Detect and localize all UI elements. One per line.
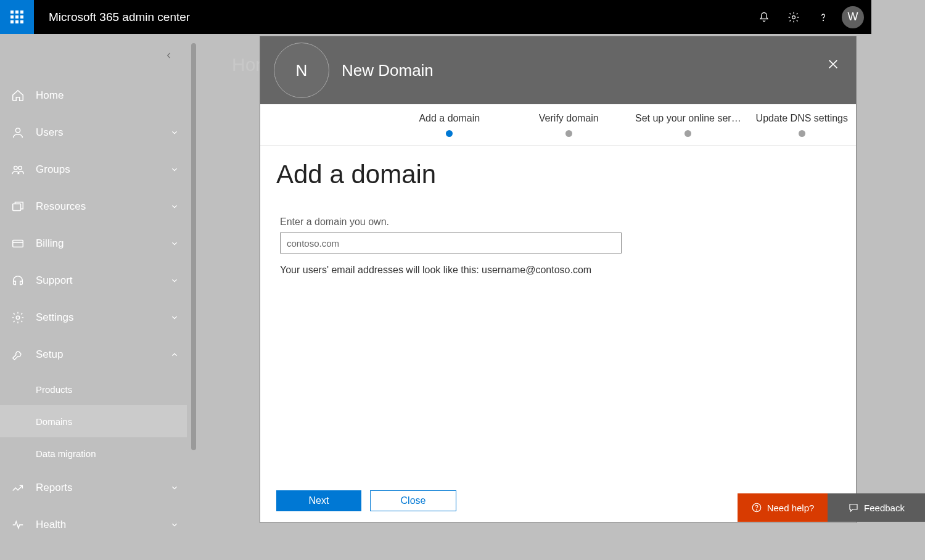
chevron-down-icon (170, 484, 179, 492)
sidebar-item-label: Users (36, 126, 162, 139)
sidebar-item-home[interactable]: Home (0, 77, 187, 114)
svg-rect-6 (13, 241, 23, 247)
home-icon (11, 89, 25, 102)
question-circle-icon (751, 502, 762, 513)
sidebar-subitem-domains[interactable]: Domains (0, 405, 187, 437)
panel-heading: Add a domain (276, 160, 840, 189)
svg-point-4 (18, 167, 22, 170)
chevron-down-icon (170, 202, 179, 211)
svg-point-9 (756, 509, 757, 510)
chevron-left-icon (165, 51, 173, 60)
chevron-down-icon (170, 521, 179, 529)
groups-icon (11, 163, 25, 176)
sidebar-item-billing[interactable]: Billing (0, 225, 187, 262)
avatar-initial: W (848, 10, 858, 23)
gear-icon (787, 11, 800, 23)
sidebar-item-label: Resources (36, 200, 162, 213)
panel-header: N New Domain (260, 36, 856, 104)
sidebar-item-label: Setup (36, 348, 162, 361)
domain-field-label: Enter a domain you own. (280, 216, 840, 228)
step-label: Set up your online ser… (635, 113, 741, 124)
sidebar-item-label: Health (36, 519, 162, 531)
feedback-label: Feedback (864, 503, 905, 513)
settings-button[interactable] (779, 0, 808, 34)
sidebar-item-groups[interactable]: Groups (0, 151, 187, 188)
bell-icon (758, 11, 770, 23)
help-button[interactable] (808, 0, 838, 34)
sidebar-item-reports[interactable]: Reports (0, 469, 187, 506)
support-icon (11, 274, 25, 287)
step-dot-icon (565, 130, 572, 137)
step-verify-domain[interactable]: Verify domain (509, 113, 629, 137)
step-dot-icon (799, 130, 805, 137)
topbar: Microsoft 365 admin center W (0, 0, 871, 34)
svg-point-1 (823, 20, 824, 20)
app-title: Microsoft 365 admin center (49, 10, 190, 24)
question-icon (817, 11, 829, 23)
sidebar-item-label: Billing (36, 237, 162, 250)
wrench-icon (11, 348, 25, 361)
close-button[interactable]: Close (370, 490, 456, 511)
sidebar-subitem-label: Products (36, 384, 72, 395)
chevron-down-icon (170, 239, 179, 248)
gear-icon (11, 311, 25, 324)
chevron-down-icon (170, 313, 179, 322)
svg-point-0 (792, 15, 796, 19)
resources-icon (11, 200, 25, 213)
chevron-down-icon (170, 165, 179, 174)
svg-point-7 (16, 316, 20, 319)
panel-close-button[interactable] (826, 57, 840, 73)
step-progress: Add a domain Verify domain Set up your o… (260, 104, 856, 146)
health-icon (11, 518, 25, 532)
step-setup-services[interactable]: Set up your online ser… (628, 113, 748, 137)
sidebar-item-label: Reports (36, 482, 162, 494)
sidebar-scrollbar[interactable] (191, 43, 196, 450)
step-update-dns[interactable]: Update DNS settings (748, 113, 856, 137)
panel-body: Add a domain Enter a domain you own. You… (260, 146, 856, 522)
app-launcher-button[interactable] (0, 0, 34, 34)
panel-title: New Domain (342, 61, 434, 80)
comment-icon (848, 502, 859, 513)
sidebar-item-support[interactable]: Support (0, 262, 187, 299)
domain-hint: Your users' email addresses will look li… (280, 265, 840, 276)
user-icon (11, 126, 25, 139)
billing-icon (11, 237, 25, 250)
sidebar-item-resources[interactable]: Resources (0, 188, 187, 225)
sidebar-item-setup[interactable]: Setup (0, 336, 187, 373)
step-label: Update DNS settings (756, 113, 848, 124)
svg-point-3 (14, 167, 17, 170)
chevron-down-icon (170, 128, 179, 137)
collapse-sidebar-button[interactable] (165, 51, 173, 62)
notifications-button[interactable] (749, 0, 779, 34)
svg-point-2 (15, 128, 20, 133)
sidebar-item-label: Groups (36, 163, 162, 176)
sidebar-subitem-label: Data migration (36, 448, 96, 459)
step-dot-icon (446, 130, 453, 137)
svg-rect-5 (13, 204, 21, 210)
next-button[interactable]: Next (276, 490, 361, 511)
need-help-button[interactable]: Need help? (738, 493, 828, 522)
step-add-domain[interactable]: Add a domain (390, 113, 509, 137)
sidebar-subitem-products[interactable]: Products (0, 373, 187, 405)
sidebar-item-label: Home (36, 89, 187, 102)
sidebar-item-label: Support (36, 274, 162, 287)
account-avatar[interactable]: W (842, 6, 864, 28)
sidebar: Home Users Groups Resources Billing Supp… (0, 34, 187, 540)
need-help-label: Need help? (767, 503, 815, 513)
sidebar-subitem-label: Domains (36, 416, 72, 427)
chevron-up-icon (170, 350, 179, 359)
panel-avatar-letter: N (296, 61, 308, 80)
chevron-down-icon (170, 276, 179, 285)
sidebar-item-health[interactable]: Health (0, 506, 187, 543)
feedback-button[interactable]: Feedback (828, 493, 925, 522)
reports-icon (11, 481, 25, 495)
sidebar-item-users[interactable]: Users (0, 114, 187, 151)
sidebar-item-settings[interactable]: Settings (0, 299, 187, 336)
sidebar-item-label: Settings (36, 311, 162, 324)
panel-avatar: N (274, 43, 329, 98)
step-label: Verify domain (539, 113, 599, 124)
domain-input[interactable] (280, 233, 622, 253)
step-label: Add a domain (419, 113, 480, 124)
close-icon (826, 57, 840, 71)
sidebar-subitem-data-migration[interactable]: Data migration (0, 437, 187, 469)
